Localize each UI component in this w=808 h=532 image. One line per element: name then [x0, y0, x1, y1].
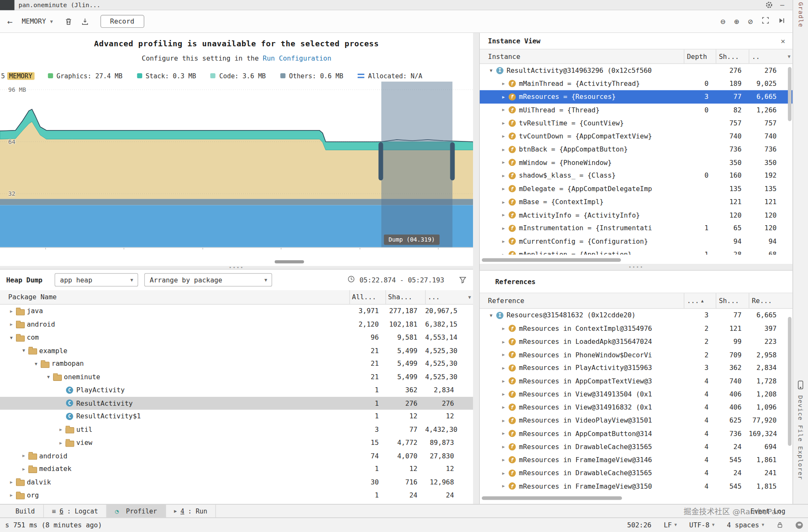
table-row[interactable]: mInstrumentation = {Instrumentati 1 65 1…	[480, 222, 792, 235]
column-filter-icon[interactable]: ▼	[468, 295, 471, 300]
expand-arrow-icon[interactable]	[7, 480, 16, 484]
table-row[interactable]: mResources in VideoPlayView@31501 4 625 …	[480, 414, 792, 427]
column-header-retained[interactable]: ...	[425, 290, 473, 304]
expand-arrow-icon[interactable]	[500, 471, 508, 475]
table-row[interactable]: mResources in AppCompatTextView@3 4 740 …	[480, 375, 792, 388]
expand-arrow-icon[interactable]	[500, 134, 508, 138]
line-separator-widget[interactable]: LF▼	[664, 521, 677, 529]
delete-session-icon[interactable]	[64, 17, 73, 26]
expand-arrow-icon[interactable]	[7, 322, 16, 326]
horizontal-scrollbar[interactable]	[482, 258, 621, 262]
table-row[interactable]: mResources in PlayActivity@315963 3 362 …	[480, 361, 792, 374]
table-row[interactable]: mResources in ContextImpl@3154976 2 121 …	[480, 322, 792, 335]
table-row[interactable]: view 15 4,772 89,873	[0, 436, 473, 449]
table-row[interactable]: mUiThread = {Thread} 0 82 1,266	[480, 104, 792, 117]
expand-arrow-icon[interactable]	[500, 95, 508, 99]
expand-arrow-icon[interactable]	[500, 326, 508, 330]
gradle-tool-button[interactable]: Gradle	[797, 2, 804, 27]
expand-arrow-icon[interactable]	[500, 200, 508, 204]
table-row[interactable]: tvCountDown = {AppCompatTextView} 740 74…	[480, 130, 792, 143]
statusbar-tab[interactable]: 4: Run	[166, 505, 216, 518]
expand-arrow-icon[interactable]	[500, 405, 508, 409]
expand-arrow-icon[interactable]	[500, 252, 508, 255]
column-header-package-name[interactable]: Package Name	[0, 290, 349, 304]
expand-arrow-icon[interactable]	[500, 392, 508, 396]
table-row[interactable]: android 2,120 102,181 6,382,15	[0, 318, 473, 331]
column-header-shallow[interactable]: Sh...	[716, 50, 749, 64]
expand-arrow-icon[interactable]	[500, 160, 508, 165]
table-row[interactable]: mResources in FrameImageView@3146 4 545 …	[480, 453, 792, 466]
expand-arrow-icon[interactable]	[500, 353, 508, 357]
settings-gear-icon[interactable]	[765, 1, 773, 8]
table-row[interactable]: mResources = {Resources} 3 77 6,665	[480, 90, 792, 103]
expand-arrow-icon[interactable]	[500, 339, 508, 343]
table-row[interactable]: com 96 9,581 4,553,14	[0, 331, 473, 344]
table-row[interactable]: mMainThread = {ActivityThread} 0 189 9,0…	[480, 77, 792, 90]
table-row[interactable]: ResultActivity@314963296 (0x12c5f560 276…	[480, 64, 792, 77]
expand-arrow-icon[interactable]	[487, 313, 495, 317]
vertical-scrollbar[interactable]	[788, 67, 792, 121]
table-row[interactable]: java 3,971 277,187 20,967,5	[0, 305, 473, 318]
expand-arrow-icon[interactable]	[20, 467, 28, 471]
expand-arrow-icon[interactable]	[57, 440, 65, 444]
table-row[interactable]: mBase = {ContextImpl} 121 121	[480, 195, 792, 208]
expand-arrow-icon[interactable]	[500, 418, 508, 423]
column-header-shallow[interactable]: Sha...	[385, 290, 425, 304]
arrange-select[interactable]: Arrange by package ▼	[144, 273, 272, 287]
jump-to-live-icon[interactable]	[778, 16, 785, 26]
statusbar-tab[interactable]: Profiler	[107, 505, 166, 518]
table-row[interactable]: mResources in LoadedApk@315647024 2 99 2…	[480, 335, 792, 348]
table-row[interactable]: tvResultTime = {CountView} 757 757	[480, 117, 792, 130]
column-filter-icon[interactable]: ▼	[788, 54, 791, 59]
expand-arrow-icon[interactable]	[500, 379, 508, 383]
expand-arrow-icon[interactable]	[500, 121, 508, 125]
table-row[interactable]: mResources in DrawableCache@31565 4 24 2…	[480, 466, 792, 479]
expand-arrow-icon[interactable]	[32, 362, 40, 366]
table-row[interactable]: mCurrentConfig = {Configuration} 94 94	[480, 235, 792, 248]
column-header-instance[interactable]: Instance	[480, 50, 684, 64]
expand-arrow-icon[interactable]	[7, 493, 16, 497]
vertical-scrollbar[interactable]	[788, 317, 792, 446]
column-header-retained[interactable]: ..	[749, 50, 785, 64]
expand-arrow-icon[interactable]	[500, 186, 508, 191]
indent-widget[interactable]: 4 spaces▼	[727, 521, 764, 529]
expand-arrow-icon[interactable]	[7, 309, 16, 313]
filter-icon[interactable]	[459, 276, 467, 284]
frame-selection-icon[interactable]	[762, 16, 769, 26]
expand-arrow-icon[interactable]	[500, 81, 508, 85]
pan-handle[interactable]	[275, 260, 304, 263]
table-row[interactable]: android 74 4,070 27,830	[0, 449, 473, 462]
table-row[interactable]: mDelegate = {AppCompatDelegateImp 135 13…	[480, 182, 792, 195]
close-icon[interactable]: ×	[781, 36, 792, 45]
table-row[interactable]: mResources in View@314913504 (0x1 4 406 …	[480, 388, 792, 401]
record-button[interactable]: Record	[100, 15, 144, 28]
expand-arrow-icon[interactable]	[500, 484, 508, 488]
back-arrow-icon[interactable]: ←	[7, 16, 13, 27]
expand-arrow-icon[interactable]	[500, 147, 508, 152]
expand-arrow-icon[interactable]	[500, 226, 508, 230]
column-header-allocations[interactable]: All...	[349, 290, 385, 304]
table-row[interactable]: mResources in DrawableCache@31565 4 24 6…	[480, 440, 792, 453]
table-row[interactable]: ResultActivity 1 276 276	[0, 396, 473, 410]
device-file-explorer-button[interactable]: Device File Explorer	[793, 380, 808, 480]
zoom-in-icon[interactable]: ⊕	[734, 17, 739, 26]
column-header-depth[interactable]: ...▲	[684, 293, 716, 309]
encoding-widget[interactable]: UTF-8▼	[689, 521, 715, 529]
run-configuration-link[interactable]: Run Configuration	[263, 55, 331, 62]
table-row[interactable]: mApplication = {Application} 1 28 68	[480, 248, 792, 255]
table-row[interactable]: ResultActivity$1 1 12 12	[0, 410, 473, 423]
column-header-shallow[interactable]: Sh...	[716, 293, 749, 309]
table-row[interactable]: rambopan 21 5,499 4,525,30	[0, 357, 473, 370]
table-row[interactable]: mWindow = {PhoneWindow} 350 350	[480, 156, 792, 169]
table-row[interactable]: mResources in PhoneWindow$DecorVi 2 709 …	[480, 348, 792, 361]
expand-arrow-icon[interactable]	[500, 108, 508, 112]
expand-arrow-icon[interactable]	[500, 458, 508, 462]
table-row[interactable]: org 1 24 24	[0, 489, 473, 502]
event-log-button[interactable]: Event Log	[750, 505, 808, 518]
column-header-reference[interactable]: Reference	[480, 293, 684, 309]
expand-arrow-icon[interactable]	[500, 431, 508, 436]
table-row[interactable]: Resources@315481632 (0x12cdde20) 3 77 6,…	[480, 309, 792, 322]
table-row[interactable]: mediatek 1 12 12	[0, 462, 473, 475]
statusbar-tab[interactable]: Build	[0, 505, 44, 518]
expand-arrow-icon[interactable]	[500, 444, 508, 449]
